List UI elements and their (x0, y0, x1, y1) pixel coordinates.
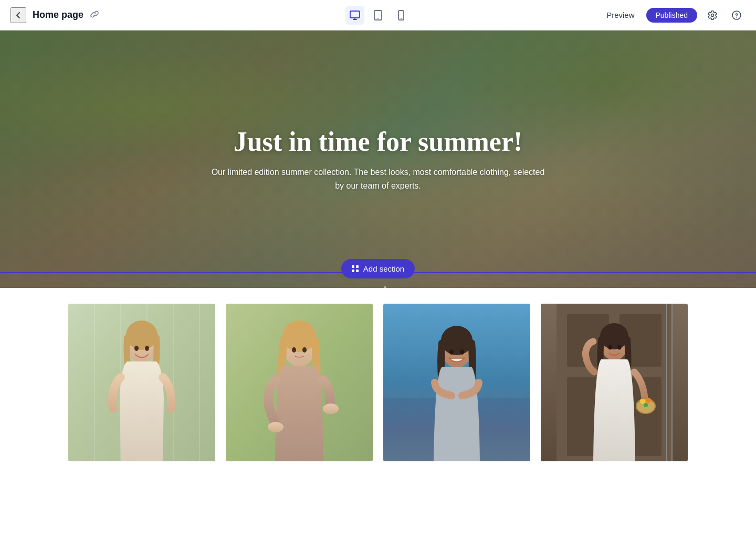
svg-point-18 (282, 320, 316, 352)
svg-point-39 (608, 345, 612, 350)
cursor (381, 285, 393, 288)
svg-rect-0 (350, 11, 360, 18)
tablet-view-button[interactable] (369, 6, 387, 25)
svg-point-19 (292, 347, 296, 353)
settings-button[interactable] (704, 6, 721, 24)
gallery-item (383, 304, 530, 461)
preview-button[interactable]: Preview (601, 7, 639, 23)
svg-point-40 (618, 345, 622, 350)
gallery-image-1 (68, 304, 215, 461)
svg-point-38 (600, 323, 628, 349)
desktop-view-button[interactable] (345, 6, 364, 25)
gallery-section (0, 288, 756, 461)
add-section-label: Add section (363, 264, 404, 273)
header-right: Preview Published (601, 6, 746, 24)
svg-point-43 (646, 398, 651, 403)
link-icon[interactable] (90, 9, 99, 21)
back-button[interactable] (10, 7, 26, 23)
gallery-image-3 (383, 304, 530, 461)
svg-point-20 (302, 347, 307, 353)
gallery-item (68, 304, 215, 461)
svg-point-15 (145, 346, 149, 351)
gallery-image-4 (541, 304, 688, 461)
page-title: Home page (33, 9, 83, 20)
add-section-button[interactable]: Add section (341, 259, 415, 278)
hero-title: Just in time for summer! (234, 126, 523, 158)
svg-point-13 (126, 320, 158, 350)
header-left: Home page (10, 7, 99, 23)
svg-point-42 (640, 399, 645, 404)
svg-point-4 (401, 18, 402, 19)
published-badge[interactable]: Published (646, 8, 698, 23)
gallery-image-2 (226, 304, 373, 461)
grid-icon (352, 265, 359, 273)
gallery-item (541, 304, 688, 461)
gallery-item (226, 304, 373, 461)
svg-point-2 (377, 18, 379, 19)
svg-point-14 (134, 346, 139, 351)
device-switcher (345, 6, 411, 25)
svg-point-27 (449, 349, 454, 355)
mobile-view-button[interactable] (392, 6, 411, 25)
hero-subtitle: Our limited edition summer collection. T… (210, 165, 546, 192)
svg-point-28 (460, 349, 464, 355)
help-button[interactable] (728, 6, 746, 24)
svg-point-26 (441, 326, 472, 355)
add-section-area: Add section (0, 268, 756, 288)
svg-point-22 (323, 404, 339, 414)
svg-point-44 (644, 403, 648, 407)
header: Home page (0, 0, 756, 30)
hero-content: Just in time for summer! Our limited edi… (0, 30, 756, 288)
hero-section: Just in time for summer! Our limited edi… (0, 30, 756, 288)
svg-point-21 (268, 422, 284, 432)
